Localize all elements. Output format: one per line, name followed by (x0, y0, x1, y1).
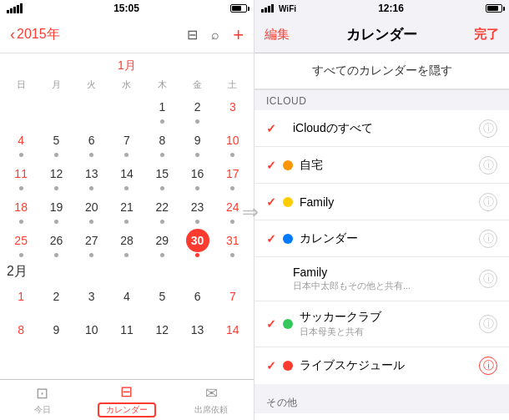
tab-today-label: 今日 (34, 404, 51, 416)
day-5[interactable]: 5 (38, 126, 73, 159)
day-29[interactable]: 29 (144, 226, 179, 260)
day-26[interactable]: 26 (38, 226, 73, 260)
nav-icons: ⊟ ⌕ + (187, 24, 244, 46)
day-3[interactable]: 3 (215, 93, 250, 126)
day-9[interactable]: 9 (179, 126, 214, 159)
weekday-sat: 土 (215, 77, 250, 93)
day-6[interactable]: 6 (74, 126, 109, 159)
add-icon[interactable]: + (233, 24, 244, 46)
feb-day-13[interactable]: 13 (179, 316, 214, 349)
feb-day-6[interactable]: 6 (179, 282, 214, 316)
day-22[interactable]: 22 (144, 193, 179, 226)
list-item[interactable]: ✓ Family ⓘ (254, 184, 509, 220)
cal-name-icloud-all: iCloudのすべて (293, 121, 479, 136)
weekday-row: 日 月 火 水 木 金 土 (0, 77, 254, 93)
feb-day-9[interactable]: 9 (38, 316, 73, 349)
info-button[interactable]: ⓘ (479, 270, 497, 288)
cal-name-home: 自宅 (300, 158, 479, 173)
info-button-highlighted[interactable]: ⓘ (479, 357, 497, 375)
day-15[interactable]: 15 (144, 159, 179, 193)
feb-day-7[interactable]: 7 (215, 282, 250, 316)
info-button[interactable]: ⓘ (479, 315, 497, 333)
day-10[interactable]: 10 (215, 126, 250, 159)
feb-week1: 1 2 3 4 5 6 7 (0, 282, 254, 316)
day-empty: 0 (109, 93, 144, 126)
back-button[interactable]: ‹ 2015年 (10, 26, 60, 43)
tab-calendar-label: カレンダー (106, 405, 148, 414)
cal-name-live: ライブスケジュール (300, 358, 479, 373)
day-19[interactable]: 19 (38, 193, 73, 226)
day-7[interactable]: 7 (109, 126, 144, 159)
battery-left (230, 4, 247, 13)
right-nav-title: カレンダー (346, 25, 417, 44)
icloud-calendar-list: ✓ iCloudのすべて ⓘ ✓ 自宅 ⓘ ✓ (254, 110, 509, 384)
cal-name-soccer: サッカークラブ 日本母美と共有 (300, 310, 479, 338)
feb-day-4[interactable]: 4 (109, 282, 144, 316)
cal-name-calendar: カレンダー (300, 231, 479, 246)
section-gap (254, 384, 509, 391)
search-icon[interactable]: ⌕ (211, 28, 219, 43)
list-item[interactable]: ✓ サッカークラブ 日本母美と共有 ⓘ (254, 301, 509, 347)
checkmark-icon: ✓ (266, 317, 281, 331)
done-button[interactable]: 完了 (474, 27, 499, 43)
day-11[interactable]: 11 (3, 159, 38, 193)
feb-day-11[interactable]: 11 (109, 316, 144, 349)
list-item[interactable]: ✓ iCloudのすべて ⓘ (254, 110, 509, 147)
tab-calendar[interactable]: ⊟ カレンダー (84, 380, 169, 420)
feb-day-12[interactable]: 12 (144, 316, 179, 349)
tab-today[interactable]: ⊡ 今日 (0, 380, 84, 420)
feb-day-3[interactable]: 3 (74, 282, 109, 316)
calendar-nav: ‹ 2015年 ⊟ ⌕ + (0, 17, 254, 53)
day-1[interactable]: 1 (144, 93, 179, 126)
day-30[interactable]: 30 (179, 226, 214, 260)
day-20[interactable]: 20 (74, 193, 109, 226)
print-icon[interactable]: ⊟ (187, 27, 198, 43)
jan-week3: 11 12 13 14 15 16 17 (0, 159, 254, 193)
feb-day-5[interactable]: 5 (144, 282, 179, 316)
calendar-color-dot (283, 319, 293, 329)
day-18[interactable]: 18 (3, 193, 38, 226)
tab-invites-label: 出席依頼 (194, 404, 228, 416)
feb-day-1[interactable]: 1 (3, 282, 38, 316)
day-13[interactable]: 13 (74, 159, 109, 193)
day-8[interactable]: 8 (144, 126, 179, 159)
day-31[interactable]: 31 (215, 226, 250, 260)
day-27[interactable]: 27 (74, 226, 109, 260)
day-16[interactable]: 16 (179, 159, 214, 193)
feb-day-8[interactable]: 8 (3, 316, 38, 349)
day-21[interactable]: 21 (109, 193, 144, 226)
day-12[interactable]: 12 (38, 159, 73, 193)
day-25[interactable]: 25 (3, 226, 38, 260)
list-item[interactable]: ✓ 自宅 ⓘ (254, 147, 509, 184)
day-14[interactable]: 14 (109, 159, 144, 193)
day-2[interactable]: 2 (179, 93, 214, 126)
hide-all-button[interactable]: すべてのカレンダーを隠す (254, 53, 509, 89)
edit-button[interactable]: 編集 (265, 27, 290, 43)
list-item[interactable]: ✓ ライブスケジュール ⓘ (254, 347, 509, 384)
weekday-thu: 木 (144, 77, 179, 93)
tab-calendar-label-box: カレンダー (98, 402, 156, 417)
info-button[interactable]: ⓘ (479, 230, 497, 248)
calendar-color-dot (283, 160, 293, 170)
day-28[interactable]: 28 (109, 226, 144, 260)
feb-week2: 8 9 10 11 12 13 14 (0, 316, 254, 349)
list-item[interactable]: ✓ Family 日本中太郎もその他と共有... ⓘ (254, 257, 509, 301)
list-item[interactable]: ✓ カレンダー ⓘ (254, 220, 509, 257)
battery-icon (230, 4, 247, 13)
info-button[interactable]: ⓘ (479, 156, 497, 175)
right-nav: 編集 カレンダー 完了 (254, 17, 509, 53)
feb-day-10[interactable]: 10 (74, 316, 109, 349)
list-item[interactable]: ✓ 日本の祝日 照会 ⓘ (254, 413, 509, 420)
tab-invites[interactable]: ✉ 出席依頼 (169, 380, 254, 420)
feb-day-14[interactable]: 14 (215, 316, 250, 349)
day-17[interactable]: 17 (215, 159, 250, 193)
info-button[interactable]: ⓘ (479, 193, 497, 211)
checkmark-icon: ✓ (266, 159, 281, 172)
status-bar-left: 15:05 (0, 0, 254, 17)
day-23[interactable]: 23 (179, 193, 214, 226)
info-button[interactable]: ⓘ (479, 119, 497, 138)
weekday-mon: 月 (38, 77, 73, 93)
feb-day-2[interactable]: 2 (38, 282, 73, 316)
calendar-icon: ⊟ (120, 382, 133, 401)
day-4[interactable]: 4 (3, 126, 38, 159)
